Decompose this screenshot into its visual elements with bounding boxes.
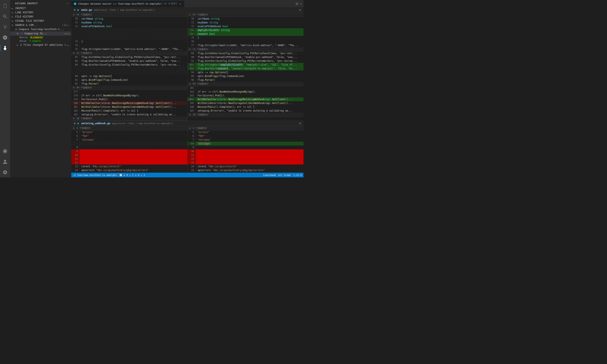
swap-icon[interactable]: ⇄ [65,32,66,35]
copy-icon[interactable]: ⧉ [299,8,301,11]
diff-lines-1-right: 70 certName string 71 keyName string 72 … [188,17,304,40]
tab-git-icon [74,2,76,5]
sidebar-header: GitLens Inspect ⋯ [10,0,71,6]
comparing-item[interactable]: ▼ ⚡ Comparing fe... ⇄ ↺ ✕ [10,31,71,36]
compare-item[interactable]: ⇄ Compare feat/map-hostPath-t... [10,27,71,31]
editor-area[interactable]: ▼ ● main.go cmd/storer (feat / map-hostP… [71,7,304,173]
behind-badge: 0 commits [29,36,43,39]
status-launchpad[interactable]: Launchpad [263,174,276,177]
diff-line: 6 "fmt" [71,134,187,138]
compare-label: Compare feat/map-hostPath-t... [19,28,70,31]
behind-row[interactable]: Behind 0 commits [18,36,71,39]
gear-icon4[interactable]: ⚙ [73,117,75,120]
sidebar-title: GitLens Inspect [15,2,38,5]
hidden-count-3-left: 84 个隐藏的行 [76,86,92,89]
gear-icon-r4[interactable]: ⚙ [189,113,191,116]
ahead-row[interactable]: Ahead 3 commits [18,39,71,43]
diff-hidden-2-right: ⚙ 11 个隐藏的行 [188,47,304,52]
diff-line: 72 enablePVCWebhook bool [71,25,187,28]
diff-line-red: 12 [71,161,187,165]
diff-line-hatch [71,67,187,70]
diff-line-red: 10 [188,149,304,153]
activity-source-control[interactable] [0,22,10,32]
tab-bar: Changes between master ←→ feat/map-hostP… [71,0,304,7]
sidebar-item-line-history[interactable]: ▶ LINE HISTORY [10,10,71,14]
diff-hidden-4-left: ⚙ 36 个隐藏的行 [71,117,187,121]
status-branch[interactable]: ⎇ feat/map-hostPath-to-emptyDir [73,174,118,177]
collapse-icon2[interactable]: ▼ [74,122,76,125]
copy-icon2[interactable]: ⧉ [299,122,301,125]
diff-line: 14 corev1 "k8s.io/api/core/v1" [188,165,304,168]
refresh-icon2[interactable]: ↺ [66,32,68,35]
status-sync[interactable]: 🔄 ⊘ 0 △ 1 [119,174,133,177]
activity-run[interactable] [0,32,10,43]
files-changed-item[interactable]: ▶ 2 files changed 47 additions (... [10,43,71,47]
diff-line: 181 [188,86,304,90]
more-icon[interactable]: ⋯ [68,24,70,26]
close-icon[interactable]: ✕ [68,32,70,35]
diff-hidden-1-right: ⚙ 69 个隐藏的行 [188,13,304,17]
diff-line: 95 opts.BindFlags(flag.CommandLine) [188,74,304,78]
hidden-count-2-left: 11 个隐藏的行 [76,52,92,55]
changes-tab[interactable]: Changes between master ←→ feat/map-hostP… [71,0,184,7]
collapse-icon[interactable]: ▼ [74,8,76,12]
gear-icon-r[interactable]: ⚙ [189,13,191,16]
files-changed-label: 2 files changed 47 additions (... [20,43,70,46]
sidebar-item-inspect[interactable]: ▶ INSPECT [10,6,71,10]
activity-extensions[interactable] [0,43,10,53]
diff-line-added: 184+ WithDefaulter(storer.NewStorageMuta… [188,97,304,101]
diff-hidden-1-left: ⚙ 69 个隐藏的行 [71,13,187,17]
gear-icon-wr[interactable]: ⚙ [189,127,191,130]
diff-line: 96 flag.Parse() [188,78,304,82]
gear-icon-w[interactable]: ⚙ [73,127,75,130]
gear-icon[interactable]: ⚙ [73,13,75,16]
diff-line: 185 WithValidator(storer.NewStorageValid… [188,101,304,105]
gear-icon3[interactable]: ⚙ [73,86,75,89]
activity-account[interactable] [0,157,10,167]
activity-settings[interactable] [0,167,10,177]
diff-hidden-webhook-1-left: ⚙ 4 个隐藏的行 [71,126,187,130]
refresh-icon[interactable]: ↺ [66,24,68,26]
diff-hidden-webhook-1-right: ⚙ 4 个隐藏的行 [188,126,304,130]
status-right: Launchpad Git Graph 1.23.0 [263,174,302,177]
diff-lines-webhook-1-left: 5 "errors" 6 "fmt" 7 "strconv" [71,130,187,145]
hidden-count-2-right: 11 个隐藏的行 [192,48,209,51]
diff-hidden-3-left: ⚙ 84 个隐藏的行 [71,86,187,90]
activity-gitlens[interactable] [0,146,10,156]
status-git-graph[interactable]: Git Graph [278,174,291,177]
sidebar-label-inspect: INSPECT [15,7,70,10]
activity-bar [0,0,10,177]
activity-explorer[interactable] [0,1,10,11]
sidebar-label-visual-file-history: VISUAL FILE HISTORY [15,19,70,22]
arrow-right-icon3: ▶ [12,16,14,18]
diff-lines-webhook-1-right: 5 "errors" 6 "fmt" 7 "strconv" [188,130,304,145]
diff-line: 6 "fmt" [188,134,304,138]
status-language-version[interactable]: 1.23.0 [293,174,302,177]
diff-line: 177 [71,90,187,94]
file-header-main-go: ▼ ● main.go cmd/storer (feat / map-hostP… [71,7,304,13]
sidebar-item-search-compare[interactable]: ▼ SEARCH & COM... + ☰ ↺ ⋯ [10,23,71,27]
gear-icon-r3[interactable]: ⚙ [189,82,191,85]
more-actions-icon[interactable]: ⋯ [66,2,69,5]
gear-icon2[interactable]: ⚙ [73,52,75,54]
diff-line: 88 flag.BoolVar(&enablePVCWebhook, "enab… [71,59,187,63]
list-icon[interactable]: ☰ [64,24,66,26]
diff-line: 15 apierrors "k8s.io/apimachinery/pkg/ap… [188,168,304,172]
activity-search[interactable] [0,11,10,22]
hidden-count-webhook-1-right: 4 个隐藏的行 [192,127,207,130]
sync-count: ⊘ 0 △ 1 [124,174,133,177]
status-errors[interactable]: ⊘ 0 △ 1 [135,174,145,177]
more-icon2[interactable]: ⋯ [300,2,302,6]
diff-line: 73 } [71,40,187,43]
gear-icon-r2[interactable]: ⚙ [189,48,191,51]
file-name-webhook: mutating_webhook.go [81,122,110,125]
add-icon[interactable]: + [62,24,64,26]
diff-line: 94 opts := zap.Options{} [188,70,304,74]
comparing-actions: ⇄ ↺ ✕ [65,32,70,35]
hidden-count-4-right: 36 个隐藏的行 [192,113,209,116]
arrow-right-icon4: ▶ [12,20,14,22]
sidebar-item-visual-file-history[interactable]: ▶ VISUAL FILE HISTORY [10,19,71,23]
sidebar-item-file-history[interactable]: ▶ FILE HISTORY [10,14,71,19]
tab-close-button[interactable]: ✕ [179,2,181,5]
split-editor-icon[interactable]: ⧉ [296,2,298,6]
